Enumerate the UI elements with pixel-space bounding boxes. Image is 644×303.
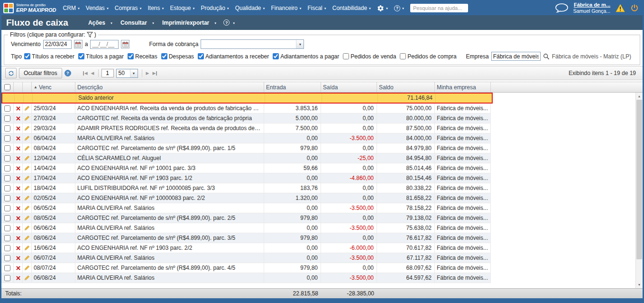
menu-crm[interactable]: CRM▼	[60, 1, 83, 15]
row-checkbox[interactable]	[4, 165, 10, 171]
menu-qualidade[interactable]: Qualidade▼	[232, 1, 268, 15]
edit-row-button[interactable]	[23, 213, 32, 223]
venc-column-header[interactable]: ▲Venc	[32, 82, 75, 92]
table-row[interactable]: 08/07/24 CARGOTEC ref. Parcelamento de s…	[1, 263, 491, 273]
delete-row-button[interactable]	[14, 133, 23, 143]
table-row[interactable]: 25/03/24 ACO ENGENHARIA ref. Receita da …	[1, 104, 491, 114]
row-checkbox[interactable]	[4, 215, 10, 221]
delete-row-button[interactable]	[14, 213, 23, 223]
checkbox-input[interactable]	[273, 53, 279, 59]
hide-filters-button[interactable]: Ocultar filtros	[19, 68, 62, 78]
date-from-input[interactable]	[43, 40, 72, 49]
checkbox-input[interactable]	[24, 53, 30, 59]
saida-column-header[interactable]: Saída	[321, 82, 377, 92]
empresa-input[interactable]	[491, 52, 541, 61]
delete-row-button[interactable]	[14, 263, 23, 273]
table-row[interactable]: 27/03/24 CARGOTEC ref. Receita da venda …	[1, 114, 491, 123]
scroll-down-button[interactable]: ▼	[636, 281, 643, 288]
checkbox-input[interactable]	[400, 53, 406, 59]
edit-row-button[interactable]	[23, 173, 32, 183]
menu-imprimir-exportar[interactable]: Imprimir/exportar▼	[158, 19, 221, 26]
empresa-search-button[interactable]	[543, 53, 550, 60]
row-checkbox[interactable]	[4, 185, 10, 191]
table-row[interactable]: 06/05/24 MARIA OLIVEIRA ref. Salários 0,…	[1, 203, 491, 213]
table-row[interactable]: 08/04/24 CARGOTEC ref. Parcelamento de s…	[1, 143, 491, 153]
edit-row-button[interactable]	[23, 223, 32, 233]
menu-contabilidade[interactable]: Contabilidade▼	[330, 1, 374, 15]
next-page-button[interactable]: ▶	[145, 69, 150, 77]
filter-checkbox-5[interactable]: Adiantamentos a pagar	[273, 53, 339, 60]
table-row[interactable]: 12/04/24 CÉLIA SCARAMELO ref. Aluguel 0,…	[1, 153, 491, 163]
forma-cobranca-select[interactable]: ▼	[201, 39, 304, 49]
table-row[interactable]: 08/05/24 CARGOTEC ref. Parcelamento de s…	[1, 213, 491, 223]
filter-checkbox-4[interactable]: Adiantamentos a receber	[198, 53, 269, 60]
filter-checkbox-1[interactable]: Títulos a pagar	[78, 53, 124, 60]
menu-itens[interactable]: Itens▼	[145, 1, 167, 15]
menu-vendas[interactable]: Vendas▼	[83, 1, 112, 15]
edit-row-button[interactable]	[23, 143, 32, 153]
delete-row-button[interactable]	[14, 253, 23, 263]
scrollbar-thumb[interactable]	[636, 100, 642, 259]
menu-producao[interactable]: Produção▼	[198, 1, 232, 15]
delete-row-button[interactable]	[14, 273, 23, 283]
delete-row-button[interactable]	[14, 104, 23, 113]
delete-row-button[interactable]	[14, 143, 23, 153]
delete-row-button[interactable]	[14, 173, 23, 183]
calendar-button[interactable]	[121, 40, 129, 48]
empresa-column-header[interactable]: Minha empresa	[435, 82, 491, 92]
edit-row-button[interactable]	[23, 104, 32, 113]
edit-row-button[interactable]	[23, 183, 32, 193]
row-checkbox[interactable]	[4, 105, 10, 112]
delete-row-button[interactable]	[14, 163, 23, 173]
vertical-scrollbar[interactable]: ▲ ▼	[635, 93, 643, 288]
edit-row-button[interactable]	[23, 263, 32, 273]
row-checkbox[interactable]	[4, 175, 10, 181]
filter-checkbox-7[interactable]: Pedidos de compra	[400, 53, 456, 60]
alerts-button[interactable]	[616, 4, 625, 12]
help-search-input[interactable]	[410, 4, 468, 12]
edit-row-button[interactable]	[23, 253, 32, 263]
menu-fiscal[interactable]: Fiscal▼	[304, 1, 329, 15]
checkbox-input[interactable]	[343, 53, 349, 59]
table-row[interactable]: 06/08/24 MARIA OLIVEIRA ref. Salários 0,…	[1, 273, 491, 283]
delete-row-button[interactable]	[14, 123, 23, 133]
prev-page-button[interactable]: ◀	[90, 69, 95, 77]
edit-row-button[interactable]	[23, 114, 32, 123]
select-all-checkbox[interactable]	[4, 84, 10, 90]
checkbox-input[interactable]	[161, 53, 167, 59]
entrada-column-header[interactable]: Entrada	[264, 82, 321, 92]
row-checkbox[interactable]	[4, 155, 10, 161]
table-row[interactable]: 29/03/24 ADAMIR PRATES RODRIGUES ref. Re…	[1, 123, 491, 133]
logout-button[interactable]	[630, 4, 639, 12]
table-row[interactable]: 17/04/24 ACO ENGENHARIA ref. NF nº 1903 …	[1, 173, 491, 183]
checkbox-input[interactable]	[198, 53, 204, 59]
help-icon[interactable]: ?	[64, 70, 71, 76]
delete-row-button[interactable]	[14, 183, 23, 193]
row-checkbox[interactable]	[4, 125, 10, 132]
chat-button[interactable]	[555, 3, 568, 13]
scrollbar-track[interactable]	[636, 100, 643, 281]
table-row[interactable]: 16/06/24 ACO ENGENHARIA ref. NF nº 1903 …	[1, 243, 491, 253]
table-row[interactable]: 14/04/24 ACO ENGENHARIA ref. NF nº 10001…	[1, 163, 491, 173]
edit-row-button[interactable]	[23, 153, 32, 163]
saldo-column-header[interactable]: Saldo	[377, 82, 435, 92]
filter-checkbox-3[interactable]: Despesas	[161, 53, 194, 60]
page-size-select[interactable]: 50 ▼	[116, 69, 138, 78]
edit-row-button[interactable]	[23, 203, 32, 213]
edit-row-button[interactable]	[23, 233, 32, 243]
table-row[interactable]: 06/06/24 MARIA OLIVEIRA ref. Salários 0,…	[1, 223, 491, 233]
edit-row-button[interactable]	[23, 133, 32, 143]
edit-row-button[interactable]	[23, 273, 32, 283]
delete-row-button[interactable]	[14, 243, 23, 253]
first-page-button[interactable]: ◀	[82, 69, 89, 77]
row-checkbox[interactable]	[4, 275, 10, 281]
chevron-down-icon[interactable]: ▼	[232, 22, 235, 25]
edit-row-button[interactable]	[23, 193, 32, 203]
delete-row-button[interactable]	[14, 193, 23, 203]
date-to-input[interactable]	[90, 40, 119, 49]
row-checkbox[interactable]	[4, 245, 10, 251]
table-row[interactable]: 06/07/24 MARIA OLIVEIRA ref. Salários 0,…	[1, 253, 491, 263]
checkbox-input[interactable]	[78, 53, 84, 59]
delete-row-button[interactable]	[14, 153, 23, 163]
account-menu[interactable]: Fábrica de m... Samuel Gonça...	[573, 2, 610, 15]
